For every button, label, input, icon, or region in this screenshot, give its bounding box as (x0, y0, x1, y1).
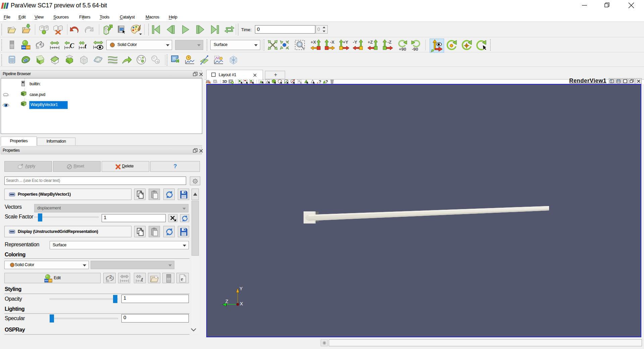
svg-text:2: 2 (109, 274, 112, 280)
svg-text:+Z: +Z (368, 40, 373, 45)
svg-text:X: X (240, 301, 243, 306)
svg-text:-90: -90 (412, 47, 418, 51)
svg-text:C: C (70, 42, 74, 49)
svg-text:3D: 3D (222, 80, 227, 84)
svg-text:-Y: -Y (353, 40, 357, 45)
svg-text:Z: Z (225, 299, 228, 304)
svg-text:-Z: -Z (387, 40, 391, 45)
svg-text:?: ? (325, 79, 328, 84)
svg-text:+90: +90 (399, 47, 406, 51)
svg-text:t: t (141, 276, 143, 283)
svg-text:+Y: +Y (343, 40, 348, 45)
svg-text:e: e (181, 276, 183, 282)
svg-text:+X: +X (311, 40, 316, 45)
svg-text:?: ? (319, 79, 321, 84)
svg-text:t: t (85, 42, 87, 49)
svg-text:Y: Y (239, 286, 243, 291)
svg-text:-X: -X (330, 40, 334, 45)
svg-text:2: 2 (39, 41, 42, 46)
